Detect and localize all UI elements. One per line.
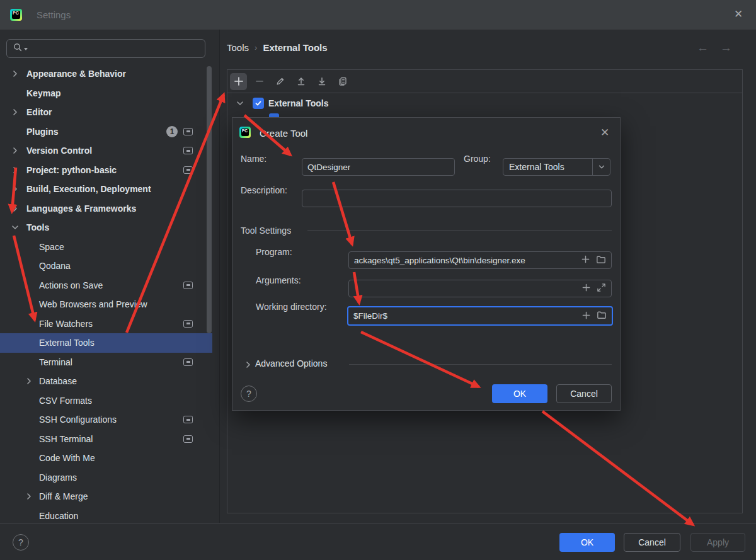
- chevron-down-icon[interactable]: [235, 98, 245, 108]
- sidebar-scrollbar[interactable]: [207, 66, 212, 333]
- search-history-caret-icon[interactable]: [24, 48, 28, 50]
- sidebar-item-label: Diff & Merge: [39, 491, 88, 501]
- chevron-right-icon[interactable]: [10, 146, 20, 156]
- chevron-down-icon[interactable]: [592, 159, 610, 175]
- chevron-right-icon[interactable]: [10, 107, 20, 117]
- sidebar-item-label: Education: [39, 511, 78, 521]
- sidebar-item-external-tools[interactable]: External Tools: [0, 333, 212, 353]
- sidebar-item-appearance-behavior[interactable]: Appearance & Behavior: [0, 64, 212, 84]
- browse-folder-icon[interactable]: [597, 310, 607, 322]
- sidebar-item-web-browsers-and-preview[interactable]: Web Browsers and Preview: [0, 295, 212, 314]
- sidebar-item-csv-formats[interactable]: CSV Formats: [0, 391, 212, 411]
- browse-folder-icon[interactable]: [596, 254, 606, 266]
- sidebar-item-ssh-configurations[interactable]: SSH Configurations: [0, 410, 212, 430]
- update-count-badge: 1: [166, 126, 178, 137]
- sidebar-item-actions-on-save[interactable]: Actions on Save: [0, 276, 212, 295]
- dialog-close-icon[interactable]: ✕: [598, 126, 612, 140]
- dialog-help-button[interactable]: ?: [241, 386, 257, 402]
- section-divider: [307, 230, 612, 231]
- program-field[interactable]: ackages\qt5_applications\Qt\bin\designer…: [348, 251, 612, 269]
- import-icon[interactable]: [313, 73, 330, 90]
- sidebar-item-ssh-terminal[interactable]: SSH Terminal: [0, 430, 212, 449]
- modified-settings-indicator-icon: [183, 166, 193, 174]
- working-directory-value: $FileDir$: [353, 311, 387, 321]
- sidebar-item-qodana[interactable]: Qodana: [0, 256, 212, 276]
- name-label: Name:: [241, 154, 266, 164]
- name-value: QtDesigner: [307, 163, 350, 172]
- sidebar-item-file-watchers[interactable]: File Watchers: [0, 314, 212, 334]
- dialog-ok-button[interactable]: OK: [492, 384, 547, 403]
- external-tools-group-row[interactable]: External Tools: [227, 93, 742, 113]
- sidebar-item-database[interactable]: Database: [0, 372, 212, 391]
- program-value: ackages\qt5_applications\Qt\bin\designer…: [354, 256, 525, 265]
- chevron-right-icon[interactable]: [10, 203, 20, 214]
- window-close-icon[interactable]: ✕: [732, 8, 745, 21]
- remove-icon[interactable]: [251, 73, 268, 90]
- working-directory-field[interactable]: $FileDir$: [347, 306, 613, 326]
- add-icon[interactable]: [230, 73, 247, 90]
- insert-macro-plus-icon[interactable]: [581, 283, 591, 294]
- sidebar-item-version-control[interactable]: Version Control: [0, 141, 212, 161]
- settings-help-button[interactable]: ?: [13, 534, 29, 551]
- arguments-label: Arguments:: [256, 275, 301, 285]
- chevron-right-icon[interactable]: [243, 360, 253, 370]
- sidebar-item-label: Web Browsers and Preview: [39, 299, 147, 309]
- chevron-right-icon[interactable]: [10, 184, 20, 194]
- chevron-right-icon[interactable]: [24, 491, 34, 501]
- create-tool-dialog: PC Create Tool ✕ Name: QtDesigner Group:…: [232, 117, 621, 411]
- sidebar-divider: [219, 30, 220, 523]
- modified-settings-indicator-icon: [183, 128, 193, 135]
- export-icon[interactable]: [292, 73, 309, 90]
- sidebar-item-languages-frameworks[interactable]: Languages & Frameworks: [0, 199, 212, 219]
- chevron-right-icon[interactable]: [10, 165, 20, 175]
- chevron-right-icon[interactable]: [24, 376, 34, 386]
- modified-settings-indicator-icon: [183, 416, 193, 423]
- description-field[interactable]: [302, 190, 612, 207]
- modified-settings-indicator-icon: [183, 282, 193, 289]
- copy-icon[interactable]: [334, 73, 351, 90]
- sidebar-item-plugins[interactable]: Plugins1: [0, 122, 212, 142]
- sidebar-item-space[interactable]: Space: [0, 237, 212, 257]
- name-field[interactable]: QtDesigner: [302, 158, 455, 176]
- sidebar-item-build-execution-deployment[interactable]: Build, Execution, Deployment: [0, 180, 212, 199]
- sidebar-item-label: File Watchers: [39, 319, 93, 329]
- sidebar-item-label: Actions on Save: [39, 280, 103, 290]
- external-tools-checkbox[interactable]: [253, 98, 264, 109]
- sidebar-item-label: Editor: [26, 107, 52, 117]
- sidebar-item-code-with-me[interactable]: Code With Me: [0, 449, 212, 468]
- tool-settings-section-title: Tool Settings: [241, 226, 291, 236]
- advanced-options-toggle[interactable]: Advanced Options: [255, 358, 327, 369]
- window-title: Settings: [37, 9, 71, 20]
- sidebar-item-label: SSH Terminal: [39, 434, 93, 444]
- settings-ok-button[interactable]: OK: [559, 533, 615, 552]
- breadcrumb-external-tools: External Tools: [263, 42, 327, 53]
- group-select[interactable]: External Tools: [503, 158, 610, 176]
- breadcrumb-tools[interactable]: Tools: [227, 42, 249, 53]
- sidebar-item-tools[interactable]: Tools: [0, 218, 212, 237]
- edit-pencil-icon[interactable]: [272, 73, 289, 90]
- back-arrow-icon[interactable]: ←: [697, 41, 709, 55]
- settings-apply-button[interactable]: Apply: [690, 533, 745, 552]
- expand-field-icon[interactable]: [597, 283, 606, 294]
- insert-macro-plus-icon[interactable]: [581, 254, 590, 266]
- dialog-title: Create Tool: [260, 128, 307, 139]
- sidebar-item-keymap[interactable]: Keymap: [0, 84, 212, 103]
- forward-arrow-icon[interactable]: →: [720, 41, 732, 55]
- insert-macro-plus-icon[interactable]: [581, 311, 591, 322]
- dialog-cancel-button[interactable]: Cancel: [556, 384, 612, 403]
- sidebar-item-diagrams[interactable]: Diagrams: [0, 468, 212, 488]
- settings-search-input[interactable]: [6, 39, 205, 58]
- sidebar-item-diff-merge[interactable]: Diff & Merge: [0, 487, 212, 506]
- chevron-right-icon[interactable]: [10, 69, 20, 79]
- chevron-down-icon[interactable]: [10, 222, 20, 232]
- sidebar-item-editor[interactable]: Editor: [0, 103, 212, 122]
- modified-settings-indicator-icon: [183, 320, 193, 328]
- arguments-field[interactable]: [348, 280, 612, 297]
- sidebar-item-label: Version Control: [26, 146, 92, 156]
- sidebar-item-terminal[interactable]: Terminal: [0, 353, 212, 372]
- sidebar-item-education[interactable]: Education: [0, 506, 212, 524]
- sidebar-item-label: Tools: [26, 222, 49, 232]
- settings-cancel-button[interactable]: Cancel: [624, 533, 680, 552]
- window-titlebar: PC Settings ✕: [0, 0, 756, 30]
- sidebar-item-project-python-basic[interactable]: Project: python-basic: [0, 161, 212, 180]
